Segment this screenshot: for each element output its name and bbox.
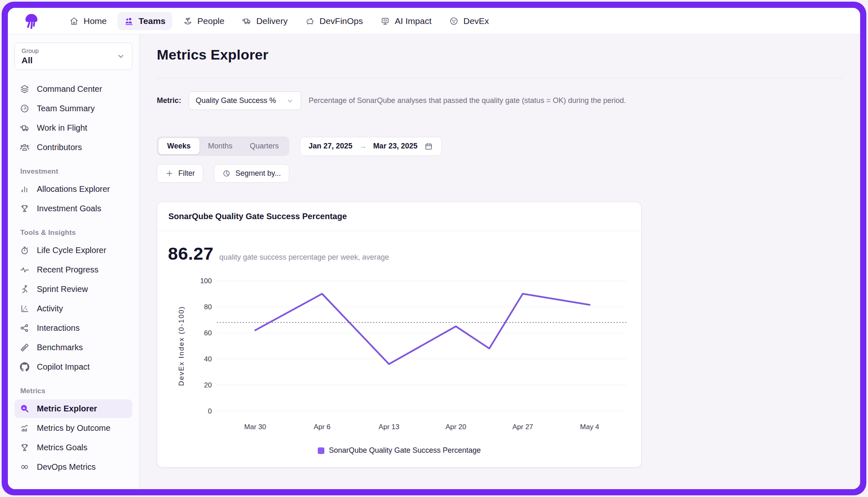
sidebar-item-contributors[interactable]: Contributors xyxy=(14,138,132,157)
sidebar-item-label: Allocations Explorer xyxy=(37,184,110,194)
sidebar-item-benchmarks[interactable]: Benchmarks xyxy=(14,338,132,357)
group-selector[interactable]: Group All xyxy=(14,43,132,70)
sidebar-item-label: Command Center xyxy=(37,84,102,94)
x-tick-label: May 4 xyxy=(580,423,599,431)
people-group-icon xyxy=(19,142,30,153)
pie-chart-icon xyxy=(222,169,231,178)
tab-quarters[interactable]: Quarters xyxy=(241,138,288,154)
smiley-icon xyxy=(449,16,459,26)
nav-item-label: DevEx xyxy=(463,16,489,26)
stat-caption: quality gate success percentage per week… xyxy=(219,253,389,262)
trophy-icon xyxy=(19,442,30,453)
legend-label: SonarQube Quality Gate Success Percentag… xyxy=(329,446,481,455)
nav-item-devfinops[interactable]: DevFinOps xyxy=(298,12,369,30)
home-icon xyxy=(69,16,79,26)
chart-card-title: SonarQube Quality Gate Success Percentag… xyxy=(168,212,630,221)
granularity-tab-group: Weeks Months Quarters xyxy=(157,136,289,156)
sidebar-item-team-summary[interactable]: Team Summary xyxy=(14,99,132,118)
sidebar-item-sprint-review[interactable]: Sprint Review xyxy=(14,280,132,299)
chart-legend[interactable]: SonarQube Quality Gate Success Percentag… xyxy=(168,444,631,461)
infinity-icon xyxy=(19,462,30,472)
nav-item-devex[interactable]: DevEx xyxy=(442,12,496,30)
y-tick-label: 40 xyxy=(204,355,212,363)
metric-description: Percentage of SonarQube analyses that pa… xyxy=(309,96,626,105)
sidebar-item-allocations-explorer[interactable]: Allocations Explorer xyxy=(14,180,132,198)
chevron-down-icon xyxy=(286,97,294,105)
sidebar-item-label: Work in Flight xyxy=(37,123,87,133)
controls-row: Weeks Months Quarters Jan 27, 2025 → Mar… xyxy=(157,136,843,156)
plus-icon xyxy=(165,169,174,178)
chart-card: SonarQube Quality Gate Success Percentag… xyxy=(157,202,642,468)
gauge-icon xyxy=(19,103,30,114)
trophy-icon xyxy=(19,203,30,214)
main-content: Metrics Explorer Metric: Quality Gate Su… xyxy=(139,34,860,489)
sidebar-item-label: Metrics by Outcome xyxy=(37,423,110,433)
sidebar-item-work-in-flight[interactable]: Work in Flight xyxy=(14,119,132,137)
sidebar-item-label: Investment Goals xyxy=(37,204,101,213)
sidebar-item-recent-progress[interactable]: Recent Progress xyxy=(14,260,132,279)
nav-item-ai-impact[interactable]: AI Impact xyxy=(374,12,438,30)
magnifier-bars-icon xyxy=(19,404,30,414)
legend-swatch xyxy=(318,447,324,454)
segment-by-button[interactable]: Segment by... xyxy=(214,164,289,183)
sidebar-menu: Command Center Team Summary Work in Flig… xyxy=(14,80,132,476)
tab-months[interactable]: Months xyxy=(199,138,241,154)
sidebar-item-command-center[interactable]: Command Center xyxy=(14,80,132,98)
y-tick-label: 0 xyxy=(208,407,212,415)
layers-icon xyxy=(19,84,30,94)
title-divider xyxy=(157,78,843,78)
nav-item-people[interactable]: People xyxy=(176,12,231,30)
date-range-picker[interactable]: Jan 27, 2025 → Mar 23, 2025 xyxy=(300,137,442,156)
nav-item-label: People xyxy=(197,16,224,26)
sidebar-item-label: Metrics Goals xyxy=(37,443,87,452)
sidebar-item-label: Contributors xyxy=(37,143,82,152)
share-nodes-icon xyxy=(19,323,30,333)
sidebar-section-investment: Investment xyxy=(20,167,132,176)
sidebar-item-metric-explorer[interactable]: Metric Explorer xyxy=(14,399,132,418)
nav-item-home[interactable]: Home xyxy=(62,12,113,30)
nav-item-label: Teams xyxy=(139,16,165,26)
jellyfish-logo[interactable] xyxy=(22,12,41,31)
y-tick-label: 20 xyxy=(204,381,212,389)
metric-picker-row: Metric: Quality Gate Success % Percentag… xyxy=(157,91,843,110)
stat-row: 86.27 quality gate success percentage pe… xyxy=(168,244,631,264)
page-title: Metrics Explorer xyxy=(157,47,843,63)
x-tick-label: Apr 27 xyxy=(512,423,533,431)
sidebar-item-label: Metric Explorer xyxy=(37,404,97,413)
nav-items: Home Teams xyxy=(62,12,496,30)
sidebar-item-label: Activity xyxy=(37,304,63,313)
calendar-icon xyxy=(424,142,433,151)
sidebar-item-devops-metrics[interactable]: DevOps Metrics xyxy=(14,458,132,476)
sidebar-item-life-cycle-explorer[interactable]: Life Cycle Explorer xyxy=(14,241,132,260)
metric-select[interactable]: Quality Gate Success % xyxy=(189,91,301,110)
sidebar-item-label: DevOps Metrics xyxy=(37,462,96,472)
metric-select-value: Quality Gate Success % xyxy=(196,96,276,105)
sidebar-item-investment-goals[interactable]: Investment Goals xyxy=(14,199,132,218)
sidebar-item-label: Sprint Review xyxy=(37,284,88,294)
group-selector-value: All xyxy=(22,55,39,65)
nav-item-teams[interactable]: Teams xyxy=(117,12,172,30)
ruler-icon xyxy=(19,342,30,353)
nav-item-delivery[interactable]: Delivery xyxy=(235,12,294,30)
truck-icon xyxy=(19,123,30,133)
sidebar: Group All Command Center Team Summary xyxy=(8,34,139,489)
truck-icon xyxy=(242,16,252,26)
filter-button[interactable]: Filter xyxy=(157,164,203,183)
sidebar-item-interactions[interactable]: Interactions xyxy=(14,319,132,337)
top-nav: Home Teams xyxy=(8,8,860,34)
teams-icon xyxy=(124,16,134,26)
sidebar-item-copilot-impact[interactable]: Copilot Impact xyxy=(14,358,132,376)
series-line xyxy=(255,294,590,364)
piggy-bank-icon xyxy=(305,16,315,26)
date-range-end: Mar 23, 2025 xyxy=(373,142,417,151)
filter-button-label: Filter xyxy=(178,169,195,178)
sidebar-item-metrics-goals[interactable]: Metrics Goals xyxy=(14,438,132,457)
stat-value: 86.27 xyxy=(168,244,213,264)
sidebar-item-metrics-by-outcome[interactable]: Metrics by Outcome xyxy=(14,419,132,437)
sidebar-item-label: Interactions xyxy=(37,323,79,333)
sprout-hand-icon xyxy=(183,16,193,26)
bar-chart-icon xyxy=(19,184,30,194)
sidebar-item-activity[interactable]: Activity xyxy=(14,299,132,318)
tab-weeks[interactable]: Weeks xyxy=(158,138,199,154)
nav-item-label: DevFinOps xyxy=(319,16,363,26)
